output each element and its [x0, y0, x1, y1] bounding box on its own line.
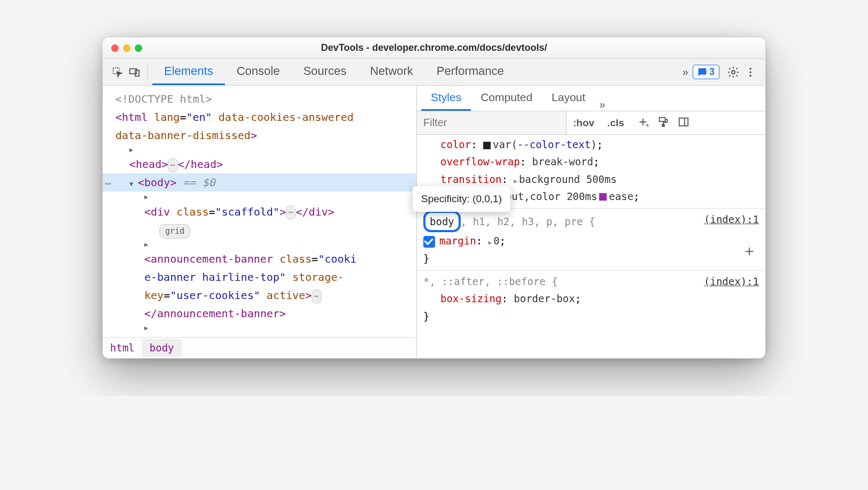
scaffold-line[interactable]: <div class="scaffold">⋯</div>: [103, 192, 416, 220]
head-line[interactable]: <head>⋯</head>: [103, 144, 416, 173]
css-prop-margin[interactable]: margin: ▶0;: [417, 232, 765, 249]
crumb-body[interactable]: body: [142, 339, 182, 356]
svg-rect-9: [679, 118, 688, 126]
sidebar-toggle-icon[interactable]: [678, 116, 689, 130]
css-prop-color[interactable]: color: var(--color-text);: [417, 136, 765, 153]
main-tabs: Elements Console Sources Network Perform…: [152, 59, 516, 85]
crumb-html[interactable]: html: [103, 339, 142, 356]
styles-panel: Styles Computed Layout » :hov .cls color…: [417, 86, 765, 358]
svg-point-3: [732, 71, 735, 74]
window-title: DevTools - developer.chrome.com/docs/dev…: [103, 42, 765, 53]
toolbar: Elements Console Sources Network Perform…: [103, 59, 765, 86]
rule-close-1: }: [417, 250, 765, 267]
tab-network[interactable]: Network: [358, 59, 425, 85]
rule-body-h1[interactable]: body, h1, h2, h3, p, pre { (index):1 mar…: [417, 208, 765, 267]
banner-line2[interactable]: e-banner hairline-top" storage-: [103, 268, 416, 286]
body-line[interactable]: <body> == $0: [103, 173, 416, 192]
tab-console[interactable]: Console: [225, 59, 292, 85]
tab-elements[interactable]: Elements: [152, 59, 225, 85]
minimize-dot[interactable]: [123, 44, 130, 52]
svg-rect-7: [659, 117, 665, 121]
tab-sources[interactable]: Sources: [291, 59, 358, 85]
close-dot[interactable]: [111, 44, 119, 52]
css-prop-overflow-wrap[interactable]: overflow-wrap: break-word;: [417, 153, 765, 170]
scaffold-badge-line[interactable]: grid: [103, 221, 416, 239]
issues-badge[interactable]: 3: [693, 65, 719, 79]
kebab-icon[interactable]: [742, 64, 759, 81]
doctype-line[interactable]: <!DOCTYPE html>: [103, 90, 416, 108]
filter-input[interactable]: [417, 111, 567, 134]
rule-location-1[interactable]: (index):1: [704, 211, 759, 228]
banner-line1[interactable]: <announcement-banner class="cooki: [103, 239, 416, 268]
checkbox-icon[interactable]: [423, 236, 435, 248]
filter-row: :hov .cls: [417, 111, 765, 135]
hov-button[interactable]: :hov: [567, 117, 601, 129]
svg-point-6: [749, 74, 751, 76]
gear-icon[interactable]: [725, 64, 742, 81]
selector-line-1[interactable]: body, h1, h2, h3, p, pre { (index):1: [417, 211, 765, 232]
css-prop-box-sizing[interactable]: box-sizing: border-box;: [417, 290, 765, 307]
iframe-line1[interactable]: <iframe title="Private Aggregatio: [103, 323, 416, 337]
dom-tree[interactable]: <!DOCTYPE html> <html lang="en" data-coo…: [103, 86, 416, 337]
rule-star[interactable]: *, ::after, ::before { (index):1 box-siz…: [417, 270, 765, 325]
side-tabs: Styles Computed Layout »: [417, 86, 765, 111]
subtab-styles[interactable]: Styles: [421, 86, 471, 111]
more-tabs-chevron[interactable]: »: [678, 66, 693, 78]
svg-point-4: [749, 67, 751, 70]
new-style-icon[interactable]: [637, 116, 649, 130]
selector-line-2[interactable]: *, ::after, ::before { (index):1: [417, 273, 765, 290]
main-panels: <!DOCTYPE html> <html lang="en" data-coo…: [103, 86, 765, 358]
dom-panel: <!DOCTYPE html> <html lang="en" data-coo…: [103, 86, 417, 358]
breadcrumb: html body: [103, 337, 416, 358]
highlighted-selector-body[interactable]: body: [423, 211, 461, 232]
banner-close[interactable]: </announcement-banner>: [103, 304, 416, 323]
titlebar: DevTools - developer.chrome.com/docs/dev…: [103, 37, 765, 59]
html-open-cont[interactable]: data-banner-dismissed>: [103, 126, 416, 144]
inspect-icon[interactable]: [109, 64, 126, 81]
more-subtabs-chevron[interactable]: »: [595, 98, 609, 111]
cls-button[interactable]: .cls: [601, 117, 631, 129]
paint-icon[interactable]: [657, 116, 669, 130]
add-rule-icon[interactable]: ＋: [742, 238, 757, 264]
rule-location-2[interactable]: (index):1: [704, 273, 759, 290]
traffic-lights: [111, 44, 142, 52]
specificity-tooltip: Specificity: (0,0,1): [417, 186, 510, 212]
svg-point-5: [749, 71, 751, 73]
device-toggle-icon[interactable]: [126, 64, 143, 81]
devtools-window: DevTools - developer.chrome.com/docs/dev…: [103, 37, 765, 358]
svg-rect-8: [662, 124, 664, 126]
svg-rect-2: [135, 70, 139, 76]
subtab-computed[interactable]: Computed: [471, 86, 542, 111]
maximize-dot[interactable]: [135, 44, 142, 52]
rule-close-2: }: [417, 308, 765, 325]
html-open[interactable]: <html lang="en" data-cookies-answered: [103, 108, 416, 126]
css-prop-transition[interactable]: transition: ▶background 500ms: [417, 171, 765, 188]
subtab-layout[interactable]: Layout: [542, 86, 595, 111]
styles-list[interactable]: color: var(--color-text); overflow-wrap:…: [417, 135, 765, 358]
divider: [148, 65, 148, 80]
issues-count: 3: [709, 66, 715, 78]
tab-performance[interactable]: Performance: [425, 59, 516, 85]
banner-line3[interactable]: key="user-cookies" active>⋯: [103, 286, 416, 304]
